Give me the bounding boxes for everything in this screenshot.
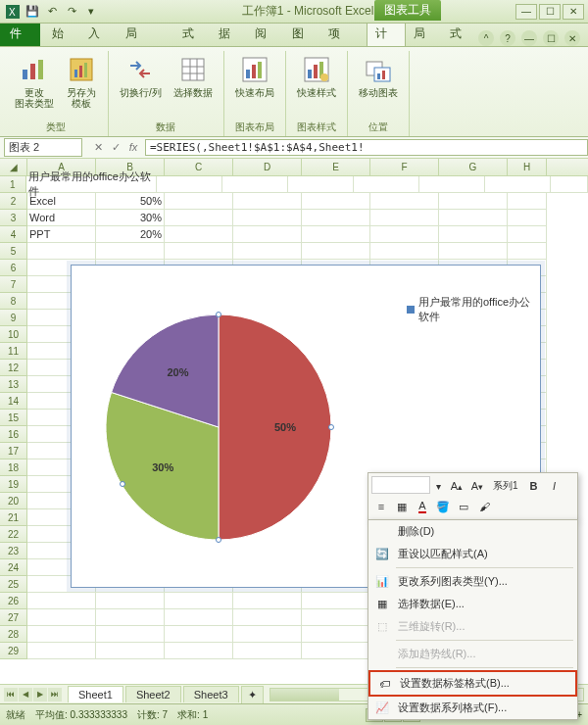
undo-icon[interactable]: ↶ [43,3,61,21]
change-chart-type-button[interactable]: 更改图表类型 [10,51,59,119]
cell[interactable] [165,626,233,643]
cell[interactable] [233,609,302,626]
cell[interactable] [370,226,439,243]
cell[interactable] [370,243,439,260]
row-header[interactable]: 10 [0,326,27,343]
cell[interactable] [165,243,233,260]
new-sheet-button[interactable]: ✦ [241,686,264,703]
cell[interactable] [439,210,508,226]
cell[interactable] [27,643,96,659]
cell[interactable]: 20% [96,226,165,243]
cell[interactable] [96,609,165,626]
row-header[interactable]: 5 [0,243,27,260]
row-header[interactable]: 6 [0,260,27,276]
cell[interactable] [508,243,547,260]
fx-icon[interactable]: fx [125,141,141,154]
cell[interactable] [302,193,370,210]
row-header[interactable]: 21 [0,509,27,526]
shrink-font-icon[interactable]: A▾ [467,476,487,496]
cell[interactable] [302,593,370,609]
col-header[interactable]: G [439,159,508,175]
save-icon[interactable]: 💾 [24,3,41,21]
border-icon[interactable]: ▦ [392,497,412,516]
maximize-button[interactable]: ☐ [539,4,561,20]
qat-dropdown-icon[interactable]: ▾ [82,3,100,21]
outline-icon[interactable]: ▭ [454,497,473,516]
row-header[interactable]: 27 [0,609,27,626]
cell[interactable] [27,593,96,609]
redo-icon[interactable]: ↷ [63,3,80,21]
row-header[interactable]: 24 [0,559,27,576]
sheet-first-icon[interactable]: ⏮ [4,688,18,701]
cell[interactable] [165,210,233,226]
row-header[interactable]: 16 [0,426,27,443]
row-header[interactable]: 23 [0,543,27,559]
cell[interactable]: PPT [27,226,96,243]
cell[interactable] [233,643,302,659]
col-header[interactable]: C [165,159,233,175]
ribbon-minimize-icon[interactable]: ^ [478,30,494,46]
row-header[interactable]: 12 [0,360,27,376]
quick-styles-button[interactable]: 快速样式 [292,51,341,119]
cell[interactable] [370,193,439,210]
cell[interactable] [165,643,233,659]
bold-icon[interactable]: B [524,476,544,496]
row-header[interactable]: 29 [0,643,27,659]
align-icon[interactable]: ≡ [371,497,391,516]
row-header[interactable]: 2 [0,193,27,210]
doc-close-icon[interactable]: ✕ [564,30,580,46]
data-label[interactable]: 20% [167,366,188,378]
cell[interactable] [302,210,370,226]
enter-formula-icon[interactable]: ✓ [108,141,123,154]
cell[interactable] [233,243,302,260]
sheet-tab-3[interactable]: Sheet3 [183,686,239,702]
cell[interactable] [222,176,288,193]
selection-handle[interactable] [216,537,221,543]
cell[interactable] [96,626,165,643]
close-button[interactable]: ✕ [563,4,584,20]
col-header[interactable]: F [370,159,439,175]
row-header[interactable]: 20 [0,493,27,509]
ctx-delete[interactable]: 删除(D) [368,520,577,543]
row-header[interactable]: 13 [0,376,27,393]
selection-handle[interactable] [328,424,334,430]
cell[interactable] [302,626,370,643]
cell[interactable] [233,226,302,243]
cell[interactable] [419,176,485,193]
cell[interactable] [485,176,551,193]
cell[interactable] [439,193,508,210]
cell[interactable]: 用户最常用的office办公软件 [26,176,158,193]
cell[interactable] [508,210,547,226]
sheet-last-icon[interactable]: ⏭ [48,688,62,701]
cell[interactable] [165,193,233,210]
cell[interactable] [233,193,302,210]
row-header[interactable]: 17 [0,443,27,459]
cell[interactable] [27,243,96,260]
cell[interactable] [302,243,370,260]
ctx-change-chart-type[interactable]: 📊更改系列图表类型(Y)... [368,570,577,593]
cell[interactable] [439,243,508,260]
quick-layout-button[interactable]: 快速布局 [230,51,279,119]
cell[interactable] [508,193,547,210]
sheet-next-icon[interactable]: ▶ [33,688,47,701]
cell[interactable] [165,226,233,243]
cell[interactable] [96,243,165,260]
row-header[interactable]: 26 [0,593,27,609]
italic-icon[interactable]: I [545,476,564,496]
row-header[interactable]: 22 [0,526,27,543]
cell[interactable] [302,226,370,243]
data-label[interactable]: 30% [152,461,173,473]
ctx-format-data-series[interactable]: 📈设置数据系列格式(F)... [368,697,577,719]
row-header[interactable]: 3 [0,210,27,226]
switch-row-col-button[interactable]: 切换行/列 [115,51,167,119]
grow-font-icon[interactable]: A▴ [447,476,466,496]
selection-handle[interactable] [216,312,221,317]
col-header[interactable]: D [233,159,302,175]
ctx-select-data[interactable]: ▦选择数据(E)... [368,593,577,615]
row-header[interactable]: 18 [0,459,27,476]
cell[interactable] [302,643,370,659]
mini-toolbar[interactable]: ▾ A▴ A▾ 系列1 B I ≡ ▦ A 🪣 ▭ 🖌 [368,472,578,520]
cell[interactable] [165,593,233,609]
fill-color-icon[interactable]: 🪣 [433,497,453,516]
cell[interactable] [508,226,547,243]
